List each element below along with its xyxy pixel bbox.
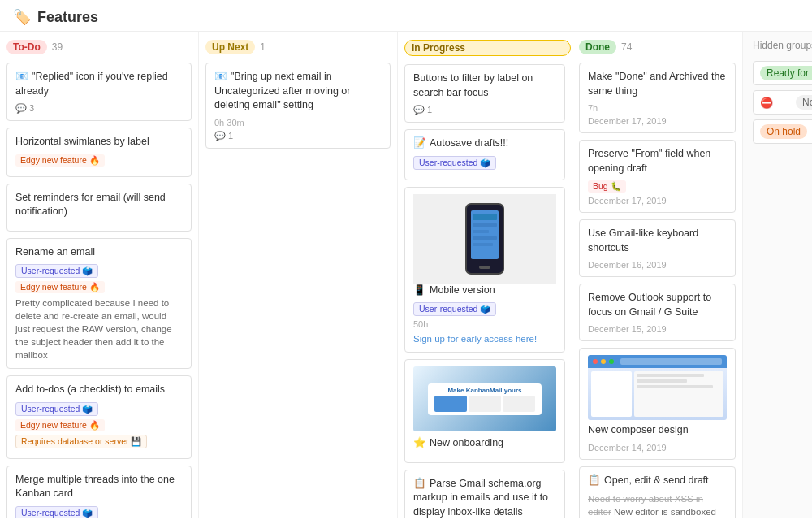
card-meta: 💬 3 xyxy=(15,103,183,114)
hidden-group-ready[interactable]: Ready for next release 0 xyxy=(753,61,812,85)
card-title: Add to-dos (a checklist) to emails xyxy=(15,383,183,397)
card-title: Buttons to filter by label on search bar… xyxy=(413,71,556,100)
card-meta2: 💬 1 xyxy=(214,131,382,141)
card-date: December 17, 2019 xyxy=(588,196,727,206)
tag-user: User-requested 🗳️ xyxy=(15,264,98,278)
card-title: 📱Mobile version xyxy=(413,284,556,298)
column-hidden: Hidden groups Ready for next release 0 ⛔… xyxy=(743,32,812,518)
card-onboarding[interactable]: Make KanbanMail yours ⭐New onboarding xyxy=(404,359,565,463)
card-title: Rename an email xyxy=(15,245,183,260)
card-title: 📧"Replied" icon if you've replied alread… xyxy=(15,70,183,98)
card-desc: Pretty complicated because I need to del… xyxy=(15,297,183,362)
card-tags: User-requested 🗳️ Requires database or s… xyxy=(15,506,183,518)
card-remove-outlook[interactable]: Remove Outlook support to focus on Gmail… xyxy=(579,284,736,341)
card-rename-email[interactable]: Rename an email User-requested 🗳️ Edgy n… xyxy=(6,238,192,370)
card-done-archived[interactable]: Make "Done" and Archived the same thing … xyxy=(579,63,736,133)
card-date: December 16, 2019 xyxy=(588,260,727,270)
card-todos-checklist[interactable]: Add to-dos (a checklist) to emails User-… xyxy=(6,375,192,459)
card-new-composer[interactable]: New composer design December 14, 2019 xyxy=(579,348,736,460)
card-bring-up-next[interactable]: 📧"Bring up next email in Uncategorized a… xyxy=(205,63,391,149)
card-autosave[interactable]: 📝Autosave drafts!!! User-requested 🗳️ xyxy=(404,129,565,180)
card-time: 0h 30m xyxy=(214,118,244,128)
card-title: 📧"Bring up next email in Uncategorized a… xyxy=(214,70,382,113)
nostatus-icon: ⛔ xyxy=(760,97,773,109)
column-done: Done 74 Make "Done" and Archived the sam… xyxy=(572,32,743,518)
card-tags: User-requested 🗳️ xyxy=(413,156,556,170)
phone-image xyxy=(413,194,556,284)
todo-count: 39 xyxy=(52,41,63,53)
svg-rect-3 xyxy=(473,214,497,220)
tag-edgy: Edgy new feature 🔥 xyxy=(15,154,105,167)
tag-user: User-requested 🗳️ xyxy=(413,156,496,170)
card-tags: Bug 🐛 xyxy=(588,180,727,193)
card-filter-buttons[interactable]: Buttons to filter by label on search bar… xyxy=(404,64,565,123)
card-title: New composer design xyxy=(588,423,727,438)
card-meta: 0h 30m xyxy=(214,118,382,128)
upnext-count: 1 xyxy=(260,41,266,53)
ready-label: Ready for next release xyxy=(760,66,812,80)
card-meta: 💬 1 xyxy=(413,105,556,115)
svg-rect-2 xyxy=(479,266,490,269)
hidden-groups-header: Hidden groups xyxy=(753,40,812,51)
card-title: Preserve "From" field when opening draft xyxy=(588,147,727,175)
card-title: Merge multiple threads into the one Kanb… xyxy=(15,473,183,501)
card-title: Horizontal swimlanes by label xyxy=(15,135,183,149)
inprogress-label: In Progress xyxy=(404,40,571,56)
new-text: New editor is sandboxed xyxy=(614,507,716,517)
hidden-group-onhold[interactable]: On hold 6 xyxy=(753,119,812,144)
svg-rect-6 xyxy=(473,236,497,240)
card-parse-gmail[interactable]: 📋Parse Gmail schema.org markup in emails… xyxy=(404,470,565,518)
card-title: Make "Done" and Archived the same thing xyxy=(588,70,727,98)
comment-count: 💬 1 xyxy=(413,105,432,115)
card-tags: Edgy new feature 🔥 xyxy=(15,154,183,167)
card-tags: User-requested 🗳️ xyxy=(413,302,556,316)
svg-rect-7 xyxy=(473,243,493,246)
done-count: 74 xyxy=(621,41,632,53)
hidden-group-nostatus[interactable]: ⛔ No Status 0 xyxy=(753,90,812,115)
page-icon: 🏷️ xyxy=(13,8,31,26)
onboarding-image: Make KanbanMail yours xyxy=(413,366,556,431)
done-label: Done xyxy=(579,40,616,54)
column-header-upnext: Up Next 1 xyxy=(205,40,391,54)
svg-rect-5 xyxy=(473,230,489,233)
tag-user: User-requested 🗳️ xyxy=(15,402,98,416)
card-open-edit-draft[interactable]: 📋Open, edit & send draft Need to worry a… xyxy=(579,466,736,519)
tag-user: User-requested 🗳️ xyxy=(15,506,98,518)
column-inprogress: In Progress 5 Buttons to filter by label… xyxy=(398,32,572,518)
page-title: Features xyxy=(37,9,98,26)
tag-user: User-requested 🗳️ xyxy=(413,302,496,316)
column-header-done: Done 74 xyxy=(579,40,736,54)
card-title: Use Gmail-like keyboard shortcuts xyxy=(588,227,727,255)
composer-screenshot xyxy=(588,355,727,420)
card-swimlanes[interactable]: Horizontal swimlanes by label Edgy new f… xyxy=(6,128,192,177)
column-todo: To-Do 39 📧"Replied" icon if you've repli… xyxy=(0,32,199,518)
card-reminders[interactable]: Set reminders for email (will send notif… xyxy=(6,184,192,232)
card-mobile-version[interactable]: 📱Mobile version User-requested 🗳️ 50h Si… xyxy=(404,187,565,353)
card-preserve-from[interactable]: Preserve "From" field when opening draft… xyxy=(579,140,736,213)
card-title: 📋Open, edit & send draft xyxy=(588,474,727,488)
card-desc: Need to worry about XSS in editor New ed… xyxy=(588,492,727,518)
board: To-Do 39 📧"Replied" icon if you've repli… xyxy=(0,32,812,518)
todo-label: To-Do xyxy=(6,40,47,54)
card-tags: User-requested 🗳️ Edgy new feature 🔥 xyxy=(15,264,183,293)
svg-rect-4 xyxy=(473,223,497,227)
card-title: ⭐New onboarding xyxy=(413,436,556,451)
card-keyboard-shortcuts[interactable]: Use Gmail-like keyboard shortcuts Decemb… xyxy=(579,219,736,277)
column-header-inprogress: In Progress 5 xyxy=(404,40,565,56)
upnext-label: Up Next xyxy=(205,40,255,54)
card-title: Remove Outlook support to focus on Gmail… xyxy=(588,291,727,319)
card-meta: 7h xyxy=(588,103,727,113)
comment-count: 💬 3 xyxy=(15,103,34,114)
card-time: 7h xyxy=(588,103,598,113)
tag-edgy: Edgy new feature 🔥 xyxy=(15,419,105,431)
card-title: Set reminders for email (will send notif… xyxy=(15,191,183,219)
card-merge-threads[interactable]: Merge multiple threads into the one Kanb… xyxy=(6,466,192,518)
column-upnext: Up Next 1 📧"Bring up next email in Uncat… xyxy=(199,32,398,518)
onhold-label: On hold xyxy=(760,124,807,139)
card-date: December 17, 2019 xyxy=(588,116,727,126)
page-header: 🏷️ Features xyxy=(0,0,812,32)
card-replied-icon[interactable]: 📧"Replied" icon if you've replied alread… xyxy=(6,63,192,121)
tag-edgy: Edgy new feature 🔥 xyxy=(15,281,105,293)
card-date: December 15, 2019 xyxy=(588,324,727,334)
tag-bug: Bug 🐛 xyxy=(588,180,626,193)
